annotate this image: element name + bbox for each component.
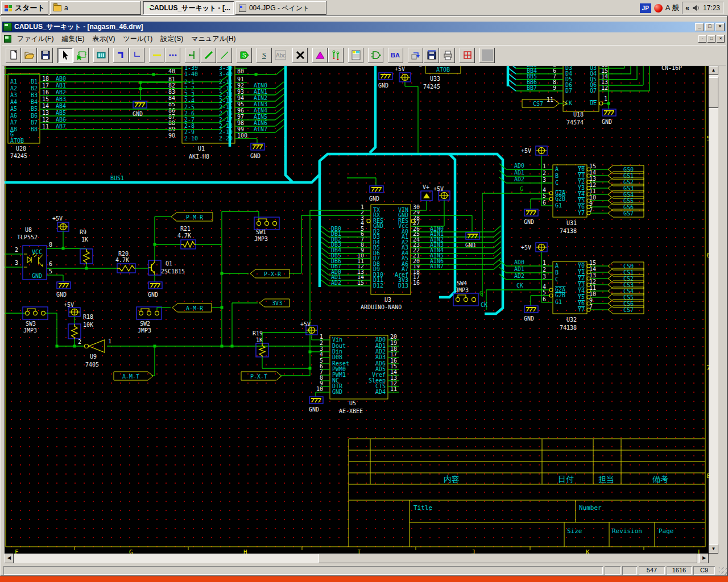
menu-item-3[interactable]: ツール(T) [119, 33, 156, 45]
toolbar-signal-arrow-button[interactable]: S [237, 48, 252, 63]
toolbar-red-grid-button[interactable] [460, 48, 475, 63]
svg-text:S: S [242, 52, 246, 59]
svg-text:B5: B5 [31, 106, 38, 112]
toolbar-abc-label-button[interactable]: Abc [272, 48, 288, 63]
tray-red-orb-icon[interactable] [654, 4, 663, 13]
scroll-down-button[interactable]: ▼ [709, 544, 718, 554]
scrollbar-corner [709, 554, 718, 563]
status-cell-2 [622, 566, 637, 575]
menu-item-4[interactable]: 設定(S) [156, 33, 187, 45]
ime-mode-indicator[interactable]: A 般 [665, 3, 680, 13]
toolbar-green-line-thin-button[interactable] [217, 48, 232, 63]
svg-text:+5V: +5V [395, 66, 405, 72]
svg-text:100: 100 [237, 132, 247, 139]
svg-text:AIN7: AIN7 [254, 126, 267, 132]
close-button[interactable]: × [715, 23, 725, 31]
svg-text:G1: G1 [555, 202, 562, 209]
menu-item-2[interactable]: 表示(V) [88, 33, 119, 45]
mdi-restore-button[interactable]: □ [708, 35, 715, 43]
toolbar-color-swatch-button[interactable] [479, 48, 495, 63]
toolbar-magenta-triangle-button[interactable] [312, 48, 328, 63]
mdi-minimize-button[interactable]: - [698, 35, 706, 43]
scroll-left-button[interactable]: ◀ [5, 554, 14, 563]
toolbar-save-file-button[interactable] [38, 48, 53, 63]
vertical-scrollbar[interactable]: ▲ ▼ [709, 66, 718, 554]
scroll-up-button[interactable]: ▲ [709, 66, 718, 75]
svg-text:AD0: AD0 [375, 336, 386, 343]
menu-item-1[interactable]: 編集(E) [57, 33, 88, 45]
mdi-child-icon[interactable] [4, 35, 11, 43]
svg-text:AIN4: AIN4 [254, 107, 267, 114]
svg-text:12: 12 [42, 117, 49, 123]
taskbar-button-cadlus[interactable]: CADLUS_サーキット - [... [143, 1, 234, 15]
toolbar-gate-button[interactable] [368, 48, 383, 63]
taskbar-button-folder-a[interactable]: a [50, 1, 141, 15]
toolbar-wire-corner-thick-button[interactable] [113, 48, 129, 63]
resize-grip[interactable] [719, 567, 727, 575]
svg-text:B6: B6 [31, 113, 38, 119]
maximize-button[interactable]: □ [705, 23, 714, 31]
svg-text:GS7: GS7 [623, 210, 634, 217]
svg-text:F: F [15, 548, 19, 554]
svg-text:AE-XBEE: AE-XBEE [339, 408, 363, 414]
toolbar-ba-label-button[interactable]: BA [388, 48, 403, 63]
menu-item-0[interactable]: ファイル(F) [13, 33, 57, 45]
toolbar-select-cursor-button[interactable] [57, 48, 73, 63]
svg-text:AIN6: AIN6 [254, 120, 267, 126]
status-cell-1 [605, 566, 621, 575]
vertical-scroll-thumb[interactable] [709, 77, 718, 108]
toolbar-parts-list-button[interactable] [348, 48, 363, 63]
toolbar-open-file-button[interactable] [22, 48, 37, 63]
svg-text:GND: GND [250, 153, 260, 159]
tray-clock: 17:23 [703, 4, 720, 12]
toolbar-place-part-button[interactable] [73, 48, 89, 63]
svg-text:U18: U18 [573, 111, 584, 118]
taskbar-button-paint[interactable]: 004.JPG - ペイント [235, 1, 326, 15]
toolbar-blue-dots-button[interactable] [165, 48, 180, 63]
svg-text:40: 40 [168, 68, 175, 74]
mdi-close-button[interactable]: × [717, 35, 725, 43]
svg-text:GND: GND [524, 219, 534, 225]
toolbar-wire-corner-thin-button[interactable] [129, 48, 144, 63]
svg-text:CK: CK [516, 282, 523, 289]
svg-text:A4: A4 [10, 99, 17, 105]
svg-text:TLP552: TLP552 [17, 234, 38, 240]
svg-text:1K: 1K [81, 236, 88, 243]
toolbar-green-line-thick-button[interactable] [201, 48, 216, 63]
toolbar-s-label-button[interactable]: S [257, 48, 272, 63]
toolbar-undo-block-button[interactable] [408, 48, 423, 63]
svg-text:G: G [479, 290, 483, 297]
svg-text:6: 6 [543, 199, 546, 206]
ime-language-indicator[interactable]: JP [640, 3, 651, 13]
toolbar-new-document-button[interactable] [6, 48, 21, 63]
schematic-canvas[interactable]: A1A2A3A4A5A6A7A8GATOBB1B2B3B4B5B6B7B8U28… [5, 66, 709, 554]
app-icon[interactable] [3, 23, 12, 31]
svg-text:G1: G1 [555, 299, 562, 305]
svg-text:D13: D13 [398, 282, 408, 289]
toolbar-save-block-button[interactable] [424, 48, 439, 63]
scroll-right-button[interactable]: ▶ [700, 554, 709, 563]
svg-text:AB4: AB4 [56, 103, 66, 109]
svg-text:R21: R21 [180, 226, 191, 232]
app-window: CADLUS_サーキット - [nagasm_46.drw] _ □ × ファイ… [0, 16, 728, 576]
title-bar: CADLUS_サーキット - [nagasm_46.drw] _ □ × [2, 22, 726, 32]
svg-text:2-7: 2-7 [184, 117, 195, 123]
start-button[interactable]: スタート [1, 1, 48, 15]
toolbar-bus-entry-button[interactable] [185, 48, 200, 63]
toolbar-yellow-line-button[interactable] [149, 48, 164, 63]
speaker-icon[interactable] [692, 5, 700, 11]
horizontal-scrollbar[interactable]: ◀ ▶ [5, 554, 709, 563]
svg-text:Y4: Y4 [578, 191, 585, 197]
toolbar-delete-button[interactable] [292, 48, 308, 63]
svg-text:Page: Page [659, 527, 674, 535]
horizontal-scroll-thumb[interactable] [318, 554, 697, 563]
svg-text:3V3: 3V3 [272, 300, 282, 306]
toolbar-print-button[interactable] [440, 48, 455, 63]
toolbar-part-library-button[interactable] [93, 48, 109, 63]
svg-text:10: 10 [316, 386, 323, 392]
toolbar-pins-button[interactable] [328, 48, 344, 63]
minimize-button[interactable]: _ [695, 23, 704, 31]
tray-collapse-chevron[interactable]: « [685, 4, 689, 12]
menu-item-5[interactable]: マニュアル(H) [187, 33, 239, 45]
svg-text:A3: A3 [10, 92, 17, 98]
